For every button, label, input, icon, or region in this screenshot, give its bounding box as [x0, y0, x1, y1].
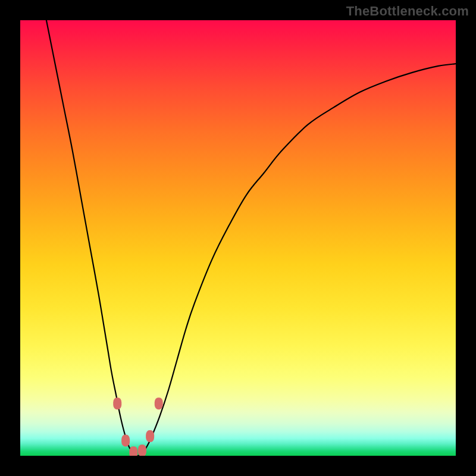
curve-marker: [155, 397, 163, 409]
curve-marker: [138, 444, 146, 456]
curve-svg: [20, 20, 456, 456]
bottleneck-curve: [46, 20, 456, 456]
curve-marker: [146, 430, 154, 442]
curve-marker: [113, 397, 121, 409]
curve-marker: [121, 434, 130, 446]
plot-area: [20, 20, 456, 456]
watermark-text: TheBottleneck.com: [346, 4, 469, 19]
curve-marker: [129, 446, 137, 456]
chart-frame: TheBottleneck.com: [0, 0, 476, 476]
